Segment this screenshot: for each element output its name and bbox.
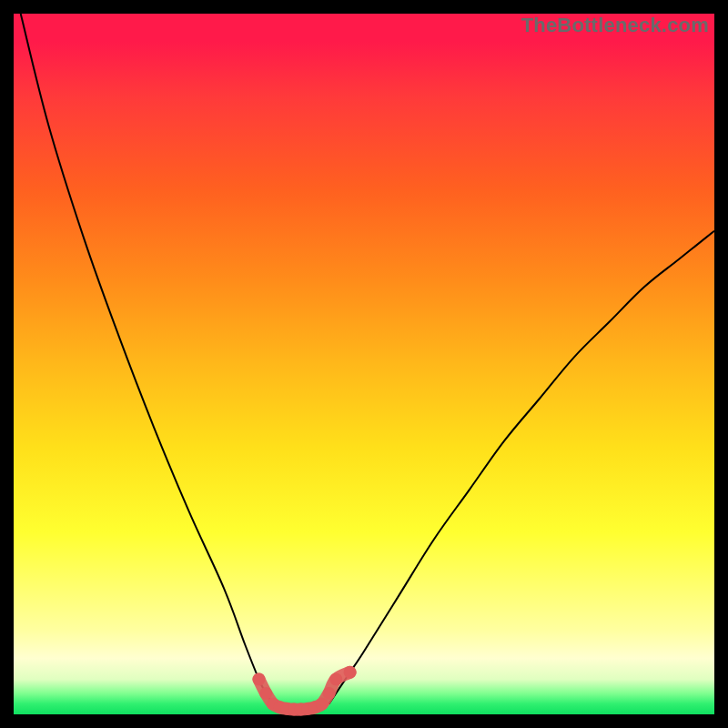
series-right-curve [329,231,715,704]
watermark-text: TheBottleneck.com [521,14,709,37]
highlight-bead [316,697,329,710]
highlight-bead [329,673,342,686]
highlight-bead [323,687,336,700]
chart-svg [14,14,714,714]
chart-frame: TheBottleneck.com [0,0,728,728]
series-left-curve [21,14,273,703]
plot-area: TheBottleneck.com [14,14,714,714]
highlight-bead [253,673,266,686]
highlight-bead [344,666,357,679]
highlight-bead [259,687,272,700]
